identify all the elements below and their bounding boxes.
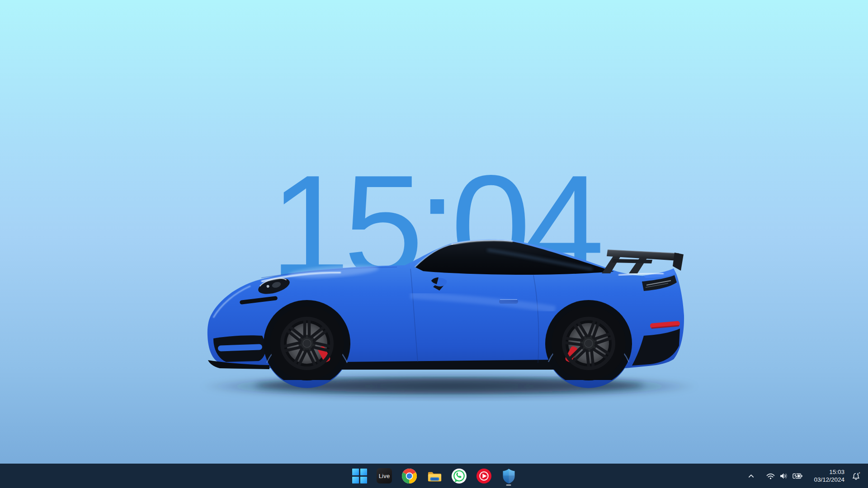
windows-logo-icon xyxy=(352,469,367,483)
shield-icon xyxy=(502,468,516,484)
ableton-live-icon: Live xyxy=(377,468,392,483)
volume-icon xyxy=(779,472,788,480)
bell-do-not-disturb-icon: z z xyxy=(852,471,861,481)
tray-time: 15:03 xyxy=(829,468,844,476)
car-front-wheel xyxy=(270,306,344,380)
svg-text:z: z xyxy=(859,471,860,474)
system-tray: 15:03 03/12/2024 z z xyxy=(745,464,868,488)
tray-status-cluster xyxy=(764,467,805,485)
wifi-icon xyxy=(766,472,775,480)
notification-bell-button[interactable]: z z xyxy=(849,467,863,485)
car-shadow xyxy=(200,374,699,399)
start-button[interactable] xyxy=(349,465,369,487)
battery-button[interactable] xyxy=(790,467,805,485)
wallpaper-car xyxy=(198,227,701,409)
windows-security-button[interactable] xyxy=(499,465,519,487)
chrome-icon xyxy=(401,468,417,484)
car-rear-wheel xyxy=(552,306,626,380)
ableton-live-button[interactable]: Live xyxy=(374,465,394,487)
running-indicator xyxy=(506,484,511,486)
file-explorer-button[interactable] xyxy=(424,465,444,487)
folder-icon xyxy=(426,468,442,484)
chevron-up-icon xyxy=(748,473,755,479)
ableton-live-label: Live xyxy=(379,473,390,479)
tray-date: 03/12/2024 xyxy=(814,476,844,483)
battery-charging-icon xyxy=(793,473,803,479)
chrome-button[interactable] xyxy=(399,465,419,487)
tray-clock-button[interactable]: 15:03 03/12/2024 xyxy=(811,467,848,485)
whatsapp-button[interactable] xyxy=(449,465,469,487)
youtube-music-icon xyxy=(476,468,492,484)
youtube-music-button[interactable] xyxy=(474,465,494,487)
tray-overflow-button[interactable] xyxy=(745,467,757,485)
whatsapp-icon xyxy=(451,468,467,484)
wifi-button[interactable] xyxy=(764,467,777,485)
taskbar-pinned-apps: Live xyxy=(349,464,519,488)
taskbar: Live xyxy=(0,464,868,488)
desktop-wallpaper: 15:04 xyxy=(0,0,868,488)
volume-button[interactable] xyxy=(777,467,790,485)
